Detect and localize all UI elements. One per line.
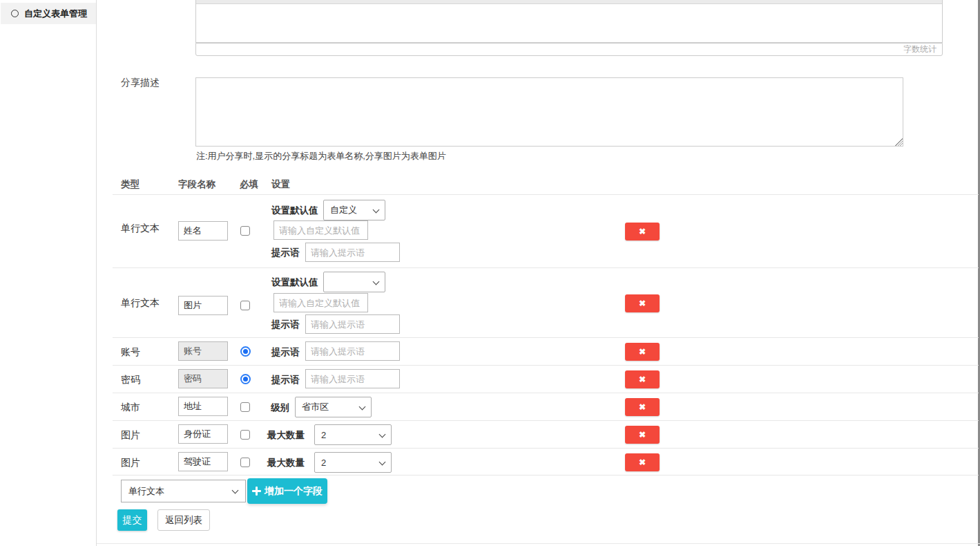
- field-name-input: [178, 369, 228, 388]
- sidebar-item-custom-form-management[interactable]: 自定义表单管理: [1, 3, 96, 24]
- hint-input[interactable]: [305, 314, 400, 334]
- field-type-label: 城市: [121, 393, 140, 421]
- hint-input[interactable]: [305, 243, 400, 262]
- field-type-label: 密码: [121, 366, 140, 393]
- delete-x-icon: ✖: [639, 347, 646, 357]
- sidebar: 自定义表单管理: [0, 0, 97, 546]
- field-row: 图片 最大数量 2 ✖: [113, 421, 979, 449]
- new-field-type-select[interactable]: 单行文本: [121, 480, 246, 502]
- chevron-down-icon: [373, 279, 380, 285]
- delete-field-button[interactable]: ✖: [625, 426, 660, 444]
- delete-field-button[interactable]: ✖: [625, 453, 660, 471]
- max-count-select[interactable]: 2: [314, 424, 392, 445]
- sidebar-item-label: 自定义表单管理: [24, 8, 87, 20]
- delete-x-icon: ✖: [639, 402, 646, 412]
- max-count-select[interactable]: 2: [314, 452, 392, 473]
- default-value-label: 设置默认值: [271, 205, 318, 217]
- field-row: 城市 级别 省市区 ✖: [113, 393, 979, 421]
- hint-input[interactable]: [305, 369, 400, 388]
- field-name-input: [178, 341, 228, 361]
- menu-circle-icon: [11, 10, 19, 17]
- add-field-button[interactable]: 增加一个字段: [247, 478, 327, 504]
- fields-table: 类型 字段名称 必填 设置 单行文本 设置默认值 自定义 提示语 ✖ 单行文本 …: [113, 176, 979, 476]
- chevron-down-icon: [379, 459, 386, 466]
- header-type: 类型: [121, 178, 140, 191]
- required-checkbox[interactable]: [240, 226, 250, 236]
- delete-x-icon: ✖: [639, 375, 646, 384]
- submit-button[interactable]: 提交: [117, 509, 147, 531]
- field-name-input[interactable]: [178, 296, 228, 315]
- rich-text-editor-area[interactable]: [195, 0, 943, 43]
- delete-field-button[interactable]: ✖: [625, 343, 660, 361]
- default-value-label: 设置默认值: [271, 276, 318, 289]
- field-row: 图片 最大数量 2 ✖: [113, 449, 979, 476]
- share-description-textarea[interactable]: [195, 77, 903, 147]
- field-row: 密码 提示语 ✖: [113, 366, 979, 393]
- hint-label: 提示语: [271, 319, 300, 331]
- editor-toolbar-edge: [196, 0, 942, 4]
- hint-label: 提示语: [271, 346, 300, 359]
- required-radio-checked[interactable]: [240, 346, 251, 357]
- delete-x-icon: ✖: [639, 430, 646, 440]
- header-settings: 设置: [271, 178, 290, 191]
- plus-icon: [252, 487, 261, 496]
- share-note-text: 注:用户分享时,显示的分享标题为表单名称,分享图片为表单图片: [196, 150, 446, 162]
- required-checkbox[interactable]: [240, 402, 250, 412]
- field-name-input[interactable]: [178, 424, 228, 444]
- share-description-label: 分享描述: [121, 77, 160, 89]
- required-checkbox[interactable]: [240, 301, 250, 310]
- delete-field-button[interactable]: ✖: [625, 294, 660, 312]
- required-radio-checked[interactable]: [240, 374, 251, 384]
- editor-wordcount-bar: 字数统计: [195, 43, 943, 56]
- field-name-input[interactable]: [178, 397, 228, 416]
- delete-field-button[interactable]: ✖: [625, 370, 660, 388]
- header-required: 必填: [240, 178, 258, 191]
- required-checkbox[interactable]: [240, 458, 250, 467]
- content-bottom-divider: [97, 543, 980, 544]
- required-checkbox[interactable]: [240, 430, 250, 440]
- field-row: 账号 提示语 ✖: [113, 338, 979, 366]
- custom-default-input[interactable]: [273, 220, 368, 240]
- hint-label: 提示语: [271, 247, 300, 259]
- max-count-label: 最大数量: [267, 457, 305, 469]
- field-row: 单行文本 设置默认值 提示语 ✖: [113, 268, 979, 338]
- delete-x-icon: ✖: [639, 299, 646, 308]
- fields-table-header: 类型 字段名称 必填 设置: [113, 176, 979, 195]
- hint-input[interactable]: [305, 341, 400, 361]
- hint-label: 提示语: [271, 374, 300, 386]
- field-type-label: 图片: [121, 421, 140, 449]
- chevron-down-icon: [379, 431, 386, 438]
- delete-field-button[interactable]: ✖: [625, 223, 660, 241]
- field-type-label: 单行文本: [121, 223, 160, 235]
- max-count-label: 最大数量: [267, 429, 305, 442]
- chevron-down-icon: [373, 207, 380, 214]
- chevron-down-icon: [232, 487, 239, 494]
- header-field-name: 字段名称: [178, 178, 215, 191]
- field-type-label: 账号: [121, 338, 140, 366]
- default-value-select[interactable]: 自定义: [323, 200, 385, 220]
- field-row: 单行文本 设置默认值 自定义 提示语 ✖: [113, 195, 979, 268]
- back-to-list-button[interactable]: 返回列表: [157, 509, 210, 531]
- chevron-down-icon: [359, 404, 366, 411]
- field-type-label: 图片: [121, 449, 140, 476]
- default-value-select[interactable]: [323, 272, 385, 292]
- wordcount-label: 字数统计: [903, 44, 936, 55]
- delete-x-icon: ✖: [639, 227, 646, 236]
- field-type-label: 单行文本: [121, 297, 160, 310]
- level-label: 级别: [271, 402, 289, 414]
- level-select[interactable]: 省市区: [295, 397, 372, 417]
- delete-field-button[interactable]: ✖: [625, 398, 660, 416]
- custom-default-input[interactable]: [273, 293, 368, 312]
- delete-x-icon: ✖: [639, 458, 646, 467]
- field-name-input[interactable]: [178, 452, 228, 471]
- field-name-input[interactable]: [178, 221, 228, 241]
